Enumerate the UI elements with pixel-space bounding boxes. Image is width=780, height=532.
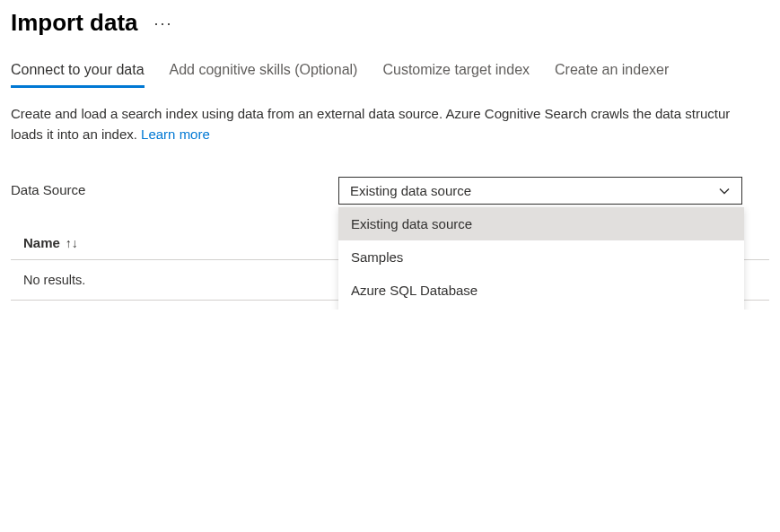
tab-connect-to-your-data[interactable]: Connect to your data <box>11 62 145 88</box>
column-header-label: Name <box>23 235 60 250</box>
tab-customize-target-index[interactable]: Customize target index <box>382 62 530 88</box>
data-source-selected-value: Existing data source <box>350 183 471 198</box>
description-line2-prefix: loads it into an index. <box>11 126 141 142</box>
chevron-down-icon <box>718 185 731 197</box>
data-source-dropdown: Existing data source Samples Azure SQL D… <box>338 207 744 310</box>
dropdown-option[interactable]: Samples <box>338 240 744 274</box>
description-text: Create and load a search index using dat… <box>11 104 769 144</box>
data-source-label: Data Source <box>11 177 320 197</box>
dropdown-option[interactable]: Existing data source <box>338 207 744 240</box>
dropdown-option[interactable]: Azure SQL Database <box>338 274 744 307</box>
learn-more-link[interactable]: Learn more <box>141 126 210 142</box>
more-icon[interactable]: ··· <box>154 15 173 31</box>
data-source-select[interactable]: Existing data source <box>338 177 742 205</box>
sort-icon: ↑↓ <box>66 237 78 249</box>
tab-add-cognitive-skills[interactable]: Add cognitive skills (Optional) <box>170 62 358 88</box>
dropdown-option[interactable]: SQL Server on Azure VMs <box>338 307 744 310</box>
page-title: Import data <box>11 9 138 37</box>
description-line1: Create and load a search index using dat… <box>11 106 730 121</box>
wizard-tabs: Connect to your data Add cognitive skill… <box>11 62 769 88</box>
tab-create-an-indexer[interactable]: Create an indexer <box>555 62 669 88</box>
